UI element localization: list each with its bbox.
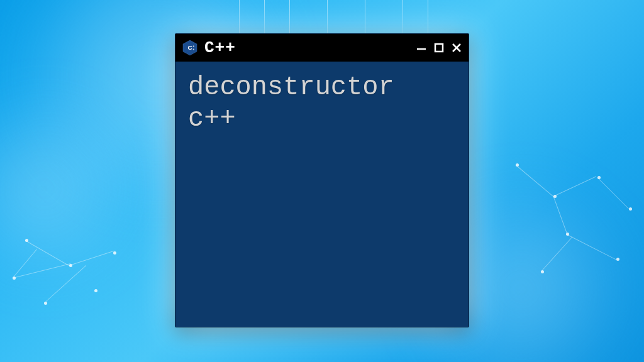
cpp-hex-icon: C + + bbox=[182, 40, 198, 56]
titlebar[interactable]: C + + C++ bbox=[175, 34, 469, 62]
window-content: deconstructor c++ bbox=[175, 62, 469, 327]
svg-rect-5 bbox=[435, 44, 443, 52]
maximize-button[interactable] bbox=[432, 41, 446, 55]
svg-text:+: + bbox=[193, 45, 195, 48]
window-controls bbox=[414, 41, 464, 55]
window-title: C++ bbox=[204, 38, 408, 57]
svg-text:C: C bbox=[187, 44, 192, 51]
close-button[interactable] bbox=[450, 41, 464, 55]
svg-text:+: + bbox=[193, 48, 195, 51]
content-line-1: deconstructor bbox=[188, 72, 456, 103]
minimize-button[interactable] bbox=[414, 41, 428, 55]
content-line-2: c++ bbox=[188, 103, 456, 134]
app-window: C + + C++ deconstructor c++ bbox=[175, 33, 469, 327]
